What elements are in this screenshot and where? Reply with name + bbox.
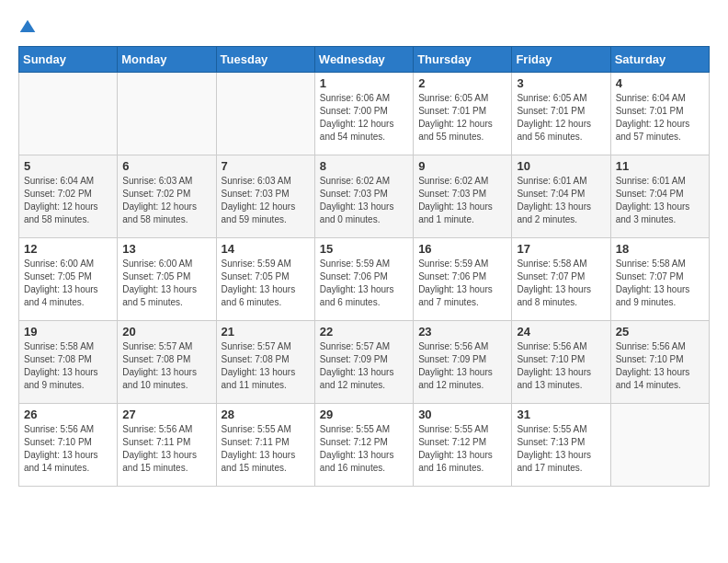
calendar-cell: 28Sunrise: 5:55 AM Sunset: 7:11 PM Dayli… (216, 404, 314, 487)
cell-info: Sunrise: 5:59 AM Sunset: 7:06 PM Dayligh… (320, 258, 408, 309)
calendar-cell: 14Sunrise: 5:59 AM Sunset: 7:05 PM Dayli… (216, 238, 314, 321)
calendar-cell: 5Sunrise: 6:04 AM Sunset: 7:02 PM Daylig… (19, 155, 118, 238)
calendar-cell: 21Sunrise: 5:57 AM Sunset: 7:08 PM Dayli… (216, 321, 314, 404)
cell-info: Sunrise: 5:56 AM Sunset: 7:10 PM Dayligh… (24, 423, 112, 475)
calendar-cell (118, 73, 216, 155)
cell-info: Sunrise: 6:04 AM Sunset: 7:02 PM Dayligh… (24, 175, 112, 226)
calendar-cell: 22Sunrise: 5:57 AM Sunset: 7:09 PM Dayli… (314, 321, 413, 404)
svg-marker-0 (20, 20, 36, 32)
day-number: 31 (517, 408, 605, 421)
column-header-wednesday: Wednesday (314, 47, 413, 73)
day-number: 29 (320, 408, 408, 421)
day-number: 8 (320, 159, 408, 173)
calendar-cell (19, 73, 118, 155)
calendar-cell: 30Sunrise: 5:55 AM Sunset: 7:12 PM Dayli… (414, 404, 512, 487)
calendar-cell: 18Sunrise: 5:58 AM Sunset: 7:07 PM Dayli… (610, 238, 709, 321)
day-number: 27 (122, 408, 210, 421)
calendar-cell: 26Sunrise: 5:56 AM Sunset: 7:10 PM Dayli… (19, 404, 118, 487)
day-number: 6 (122, 159, 210, 173)
calendar-cell: 6Sunrise: 6:03 AM Sunset: 7:02 PM Daylig… (118, 155, 216, 238)
day-number: 20 (122, 325, 210, 339)
day-number: 3 (517, 76, 605, 90)
calendar-cell: 25Sunrise: 5:56 AM Sunset: 7:10 PM Dayli… (610, 321, 709, 404)
calendar-cell (610, 404, 709, 487)
cell-info: Sunrise: 6:00 AM Sunset: 7:05 PM Dayligh… (24, 258, 112, 309)
cell-info: Sunrise: 5:56 AM Sunset: 7:10 PM Dayligh… (616, 340, 704, 392)
day-number: 10 (517, 159, 605, 173)
cell-info: Sunrise: 5:59 AM Sunset: 7:06 PM Dayligh… (418, 258, 506, 309)
cell-info: Sunrise: 6:02 AM Sunset: 7:03 PM Dayligh… (418, 175, 506, 226)
calendar-cell: 24Sunrise: 5:56 AM Sunset: 7:10 PM Dayli… (512, 321, 610, 404)
cell-info: Sunrise: 6:05 AM Sunset: 7:01 PM Dayligh… (418, 92, 506, 144)
day-number: 23 (418, 325, 506, 339)
calendar-cell: 31Sunrise: 5:55 AM Sunset: 7:13 PM Dayli… (512, 404, 610, 487)
cell-info: Sunrise: 6:03 AM Sunset: 7:03 PM Dayligh… (222, 175, 310, 226)
day-number: 14 (222, 242, 310, 256)
cell-info: Sunrise: 5:59 AM Sunset: 7:05 PM Dayligh… (222, 258, 310, 309)
day-number: 18 (616, 242, 704, 256)
cell-info: Sunrise: 5:58 AM Sunset: 7:07 PM Dayligh… (517, 258, 605, 309)
calendar-cell: 17Sunrise: 5:58 AM Sunset: 7:07 PM Dayli… (512, 238, 610, 321)
cell-info: Sunrise: 5:55 AM Sunset: 7:12 PM Dayligh… (320, 423, 408, 475)
calendar-cell: 23Sunrise: 5:56 AM Sunset: 7:09 PM Dayli… (414, 321, 512, 404)
cell-info: Sunrise: 5:55 AM Sunset: 7:12 PM Dayligh… (418, 423, 506, 475)
cell-info: Sunrise: 6:01 AM Sunset: 7:04 PM Dayligh… (616, 175, 704, 226)
calendar-cell: 15Sunrise: 5:59 AM Sunset: 7:06 PM Dayli… (314, 238, 413, 321)
cell-info: Sunrise: 5:58 AM Sunset: 7:07 PM Dayligh… (616, 258, 704, 309)
cell-info: Sunrise: 5:56 AM Sunset: 7:09 PM Dayligh… (418, 340, 506, 392)
cell-info: Sunrise: 5:55 AM Sunset: 7:13 PM Dayligh… (517, 423, 605, 475)
cell-info: Sunrise: 6:03 AM Sunset: 7:02 PM Dayligh… (122, 175, 210, 226)
calendar-cell: 2Sunrise: 6:05 AM Sunset: 7:01 PM Daylig… (414, 73, 512, 155)
day-number: 21 (222, 325, 310, 339)
cell-info: Sunrise: 5:57 AM Sunset: 7:08 PM Dayligh… (122, 340, 210, 392)
calendar-cell: 10Sunrise: 6:01 AM Sunset: 7:04 PM Dayli… (512, 155, 610, 238)
cell-info: Sunrise: 6:04 AM Sunset: 7:01 PM Dayligh… (616, 92, 704, 144)
cell-info: Sunrise: 6:01 AM Sunset: 7:04 PM Dayligh… (517, 175, 605, 226)
column-header-friday: Friday (512, 47, 610, 73)
day-number: 7 (222, 159, 310, 173)
day-number: 12 (24, 242, 112, 256)
day-number: 22 (320, 325, 408, 339)
day-number: 25 (616, 325, 704, 339)
day-number: 9 (418, 159, 506, 173)
calendar-cell: 20Sunrise: 5:57 AM Sunset: 7:08 PM Dayli… (118, 321, 216, 404)
calendar-cell: 13Sunrise: 6:00 AM Sunset: 7:05 PM Dayli… (118, 238, 216, 321)
calendar-week-row: 19Sunrise: 5:58 AM Sunset: 7:08 PM Dayli… (19, 321, 710, 404)
column-header-tuesday: Tuesday (216, 47, 314, 73)
calendar-cell: 11Sunrise: 6:01 AM Sunset: 7:04 PM Dayli… (610, 155, 709, 238)
calendar-header-row: SundayMondayTuesdayWednesdayThursdayFrid… (19, 47, 710, 73)
calendar-cell: 8Sunrise: 6:02 AM Sunset: 7:03 PM Daylig… (314, 155, 413, 238)
day-number: 28 (222, 408, 310, 421)
calendar-week-row: 12Sunrise: 6:00 AM Sunset: 7:05 PM Dayli… (19, 238, 710, 321)
cell-info: Sunrise: 5:56 AM Sunset: 7:11 PM Dayligh… (122, 423, 210, 475)
cell-info: Sunrise: 5:55 AM Sunset: 7:11 PM Dayligh… (222, 423, 310, 475)
calendar-table: SundayMondayTuesdayWednesdayThursdayFrid… (18, 46, 710, 487)
day-number: 13 (122, 242, 210, 256)
cell-info: Sunrise: 6:02 AM Sunset: 7:03 PM Dayligh… (320, 175, 408, 226)
logo-icon (18, 18, 37, 37)
cell-info: Sunrise: 6:00 AM Sunset: 7:05 PM Dayligh… (122, 258, 210, 309)
cell-info: Sunrise: 6:05 AM Sunset: 7:01 PM Dayligh… (517, 92, 605, 144)
calendar-week-row: 26Sunrise: 5:56 AM Sunset: 7:10 PM Dayli… (19, 404, 710, 487)
day-number: 4 (616, 76, 704, 90)
logo (18, 18, 40, 37)
column-header-sunday: Sunday (19, 47, 118, 73)
day-number: 15 (320, 242, 408, 256)
day-number: 30 (418, 408, 506, 421)
calendar-cell: 9Sunrise: 6:02 AM Sunset: 7:03 PM Daylig… (414, 155, 512, 238)
calendar-cell: 3Sunrise: 6:05 AM Sunset: 7:01 PM Daylig… (512, 73, 610, 155)
day-number: 5 (24, 159, 112, 173)
cell-info: Sunrise: 6:06 AM Sunset: 7:00 PM Dayligh… (320, 92, 408, 144)
cell-info: Sunrise: 5:57 AM Sunset: 7:08 PM Dayligh… (222, 340, 310, 392)
day-number: 1 (320, 76, 408, 90)
page-header (18, 18, 710, 37)
day-number: 16 (418, 242, 506, 256)
calendar-cell (216, 73, 314, 155)
column-header-saturday: Saturday (610, 47, 709, 73)
calendar-cell: 1Sunrise: 6:06 AM Sunset: 7:00 PM Daylig… (314, 73, 413, 155)
day-number: 26 (24, 408, 112, 421)
calendar-cell: 16Sunrise: 5:59 AM Sunset: 7:06 PM Dayli… (414, 238, 512, 321)
calendar-cell: 12Sunrise: 6:00 AM Sunset: 7:05 PM Dayli… (19, 238, 118, 321)
day-number: 19 (24, 325, 112, 339)
day-number: 24 (517, 325, 605, 339)
